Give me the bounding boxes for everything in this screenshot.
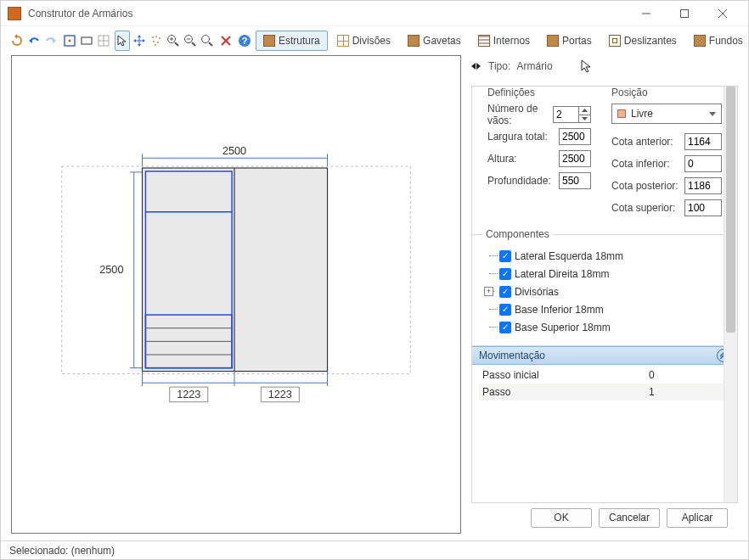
movimentacao-title: Movimentação — [479, 350, 545, 361]
type-indicator: Tipo: Armário — [471, 55, 738, 77]
svg-line-26 — [209, 42, 212, 46]
num-vaos-input[interactable] — [553, 106, 578, 123]
type-value: Armário — [517, 60, 553, 72]
tab-internos[interactable]: Internos — [470, 31, 538, 51]
svg-line-23 — [192, 42, 195, 46]
pointer-icon[interactable] — [115, 31, 130, 51]
svg-point-13 — [155, 36, 157, 37]
profundidade-label: Profundidade: — [487, 175, 559, 187]
tree-item[interactable]: ✓ Base Inferior 18mm — [484, 300, 730, 318]
svg-text:2500: 2500 — [99, 263, 123, 276]
close-button[interactable] — [703, 2, 741, 25]
passo-value: 1 — [649, 386, 655, 398]
svg-text:1223: 1223 — [268, 388, 292, 400]
rect-icon[interactable] — [79, 31, 94, 51]
tree-item[interactable]: ✓ Lateral Esquerda 18mm — [484, 247, 730, 265]
move-icon[interactable] — [132, 31, 147, 51]
undo-icon[interactable] — [26, 31, 42, 51]
tab-label: Portas — [562, 35, 592, 47]
svg-line-19 — [175, 42, 178, 46]
cota-posterior-label: Cota posterior: — [611, 180, 679, 192]
movimentacao-group: Movimentação Passo inicial 0 Passo 1 — [472, 345, 737, 404]
divisoes-icon — [337, 35, 349, 47]
cota-posterior-input[interactable] — [684, 177, 722, 194]
checkbox-icon[interactable]: ✓ — [499, 268, 511, 280]
altura-input[interactable] — [559, 150, 591, 167]
altura-label: Altura: — [487, 153, 559, 165]
movimentacao-header[interactable]: Movimentação — [472, 346, 737, 365]
tab-deslizantes[interactable]: Deslizantes — [601, 31, 684, 51]
redo-icon[interactable] — [43, 31, 59, 51]
zoom-in-icon[interactable] — [166, 31, 181, 51]
tab-gavetas[interactable]: Gavetas — [400, 31, 469, 51]
scrollbar[interactable] — [724, 87, 737, 502]
components-tree[interactable]: ✓ Lateral Esquerda 18mm ✓ Lateral Direit… — [479, 247, 730, 342]
expand-icon[interactable]: + — [484, 287, 493, 296]
mv-row-passo[interactable]: Passo 1 — [479, 384, 730, 400]
num-vaos-label: Número de vãos: — [487, 103, 553, 126]
tab-fundos[interactable]: Fundos — [686, 31, 749, 51]
grid-icon[interactable] — [96, 31, 111, 51]
tree-item[interactable]: ✓ Base Superior 18mm — [484, 318, 730, 336]
apply-button[interactable]: Aplicar — [667, 508, 728, 528]
svg-rect-6 — [82, 37, 92, 44]
tree-item[interactable]: + ✓ Divisórias — [484, 283, 730, 300]
svg-point-17 — [155, 44, 156, 46]
cancel-icon[interactable] — [218, 31, 234, 51]
svg-point-12 — [152, 36, 154, 38]
checkbox-icon[interactable]: ✓ — [499, 322, 511, 333]
gavetas-icon — [408, 35, 420, 47]
checkbox-icon[interactable]: ✓ — [499, 250, 511, 262]
refresh-icon[interactable] — [9, 31, 25, 51]
zoom-out-icon[interactable] — [183, 31, 198, 51]
cota-anterior-input[interactable] — [684, 133, 722, 150]
minimize-button[interactable] — [627, 2, 665, 25]
cursor-icon — [580, 59, 595, 74]
shape-square-icon[interactable] — [62, 31, 77, 51]
cancel-button[interactable]: Cancelar — [599, 508, 660, 528]
tab-portas[interactable]: Portas — [539, 31, 600, 51]
fundos-icon — [694, 35, 706, 47]
cota-superior-input[interactable] — [684, 199, 722, 216]
portas-icon — [547, 35, 559, 47]
cabinet-drawing: 2500 2500 — [12, 56, 460, 496]
toolbar: ? Estrutura Divisões Gavetas Internos Po… — [1, 26, 748, 55]
cota-inferior-input[interactable] — [684, 155, 722, 172]
largura-label: Largura total: — [487, 131, 559, 143]
ok-button[interactable]: OK — [531, 508, 592, 528]
svg-point-25 — [202, 36, 210, 43]
posicao-select[interactable]: Livre — [611, 104, 722, 124]
checkbox-icon[interactable]: ✓ — [499, 304, 511, 316]
tree-item-label: Lateral Esquerda 18mm — [515, 250, 623, 262]
passo-inicial-label: Passo inicial — [479, 369, 649, 381]
checkbox-icon[interactable]: ✓ — [499, 286, 511, 298]
tree-item[interactable]: ✓ Lateral Direita 18mm — [484, 265, 730, 283]
spin-down-icon[interactable] — [579, 115, 590, 123]
window-title: Construtor de Armários — [28, 8, 627, 20]
svg-text:1223: 1223 — [177, 388, 200, 400]
spin-up-icon[interactable] — [579, 107, 590, 115]
spray-icon[interactable] — [149, 31, 164, 51]
componentes-group: Componentes ✓ Lateral Esquerda 18mm ✓ La… — [472, 234, 737, 345]
deslizantes-icon — [609, 35, 621, 47]
zoom-fit-icon[interactable] — [200, 31, 215, 51]
tab-estrutura[interactable]: Estrutura — [256, 31, 328, 51]
maximize-button[interactable] — [665, 2, 703, 25]
num-vaos-spinner[interactable] — [553, 106, 591, 123]
properties-panel: Definições Número de vãos: Largura tot — [471, 86, 738, 503]
mv-row-passo-inicial[interactable]: Passo inicial 0 — [479, 367, 730, 384]
drawing-canvas[interactable]: 2500 2500 — [11, 55, 461, 534]
app-icon — [8, 7, 21, 20]
largura-input[interactable] — [559, 128, 591, 145]
estrutura-icon — [263, 35, 275, 47]
chevron-down-icon — [709, 112, 716, 116]
cota-inferior-label: Cota inferior: — [611, 158, 670, 170]
cota-anterior-label: Cota anterior: — [611, 136, 673, 148]
posicao-group: Posição Livre Cota anterior: Cota inferi… — [605, 93, 729, 226]
profundidade-input[interactable] — [559, 172, 591, 189]
scrollbar-thumb[interactable] — [726, 87, 735, 333]
tab-divisoes[interactable]: Divisões — [329, 31, 398, 51]
definicoes-group: Definições Número de vãos: Largura tot — [481, 93, 598, 226]
help-icon[interactable]: ? — [237, 31, 252, 51]
posicao-legend: Posição — [608, 87, 651, 98]
